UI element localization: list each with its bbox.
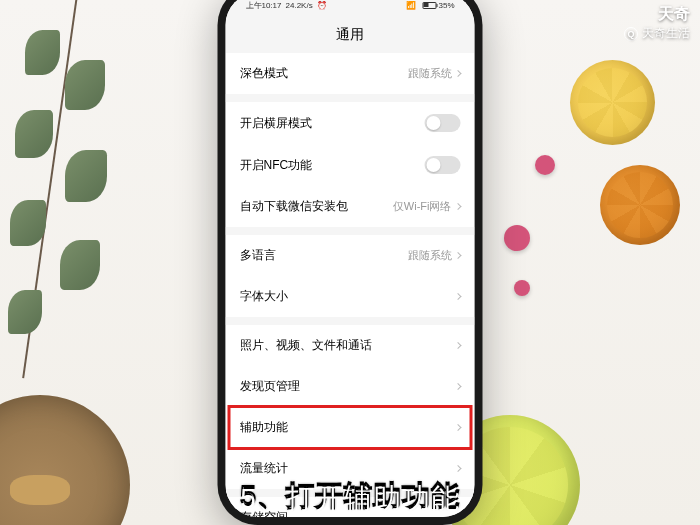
setting-label: 多语言 xyxy=(240,247,276,264)
setting-landscape[interactable]: 开启横屏模式 xyxy=(226,102,475,144)
setting-language[interactable]: 多语言 跟随系统 xyxy=(226,235,475,276)
wood-plate xyxy=(0,395,130,525)
setting-nfc[interactable]: 开启NFC功能 xyxy=(226,144,475,186)
chevron-right-icon xyxy=(454,70,461,77)
alarm-icon: ⏰ xyxy=(317,1,327,10)
chevron-right-icon xyxy=(454,383,461,390)
chevron-right-icon xyxy=(454,203,461,210)
chevron-right-icon xyxy=(454,252,461,259)
setting-media[interactable]: 照片、视频、文件和通话 xyxy=(226,325,475,366)
status-speed: 24.2K/s xyxy=(286,1,313,10)
status-bar: 上午10:17 24.2K/s ⏰ 📶 35% xyxy=(226,0,475,17)
watermark-logo-icon: Q xyxy=(624,27,638,41)
battery-indicator: 35% xyxy=(422,1,454,10)
phone-frame: 上午10:17 24.2K/s ⏰ 📶 35% 通用 xyxy=(218,0,483,525)
pink-flower xyxy=(514,280,530,296)
phone-screen: 上午10:17 24.2K/s ⏰ 📶 35% 通用 xyxy=(226,0,475,517)
setting-label: 自动下载微信安装包 xyxy=(240,198,348,215)
settings-list: 深色模式 跟随系统 开启横屏模式 开启NFC功能 xyxy=(226,53,475,517)
signal-icon: 📶 xyxy=(406,1,416,10)
nuts xyxy=(10,475,70,505)
chevron-right-icon xyxy=(454,465,461,472)
setting-value: 跟随系统 xyxy=(408,66,452,81)
setting-label: 流量统计 xyxy=(240,460,288,477)
setting-auto-download[interactable]: 自动下载微信安装包 仅Wi-Fi网络 xyxy=(226,186,475,227)
watermark: 天奇 Q 天奇生活 xyxy=(624,4,690,42)
chevron-right-icon xyxy=(454,293,461,300)
setting-label: 开启NFC功能 xyxy=(240,157,313,174)
tutorial-scene: 上午10:17 24.2K/s ⏰ 📶 35% 通用 xyxy=(0,0,700,525)
setting-font-size[interactable]: 字体大小 xyxy=(226,276,475,317)
watermark-brand: 天奇 xyxy=(624,4,690,25)
step-caption: 5、打开辅助功能 5、打开辅助功能 xyxy=(240,477,460,515)
watermark-subtitle: 天奇生活 xyxy=(642,25,690,42)
pink-flower xyxy=(504,225,530,251)
lemon-slice xyxy=(570,60,655,145)
toggle-switch[interactable] xyxy=(425,156,461,174)
status-time: 上午10:17 xyxy=(246,0,282,11)
setting-label: 开启横屏模式 xyxy=(240,115,312,132)
chevron-right-icon xyxy=(454,424,461,431)
setting-label: 辅助功能 xyxy=(240,419,288,436)
setting-label: 照片、视频、文件和通话 xyxy=(240,337,372,354)
setting-value: 跟随系统 xyxy=(408,248,452,263)
setting-dark-mode[interactable]: 深色模式 跟随系统 xyxy=(226,53,475,94)
pink-flower xyxy=(535,155,555,175)
setting-label: 字体大小 xyxy=(240,288,288,305)
toggle-switch[interactable] xyxy=(425,114,461,132)
setting-accessibility[interactable]: 辅助功能 xyxy=(226,407,475,448)
chevron-right-icon xyxy=(454,342,461,349)
page-title: 通用 xyxy=(226,17,475,53)
setting-discover[interactable]: 发现页管理 xyxy=(226,366,475,407)
orange-slice xyxy=(600,165,680,245)
setting-label: 深色模式 xyxy=(240,65,288,82)
setting-label: 发现页管理 xyxy=(240,378,300,395)
setting-value: 仅Wi-Fi网络 xyxy=(393,199,452,214)
